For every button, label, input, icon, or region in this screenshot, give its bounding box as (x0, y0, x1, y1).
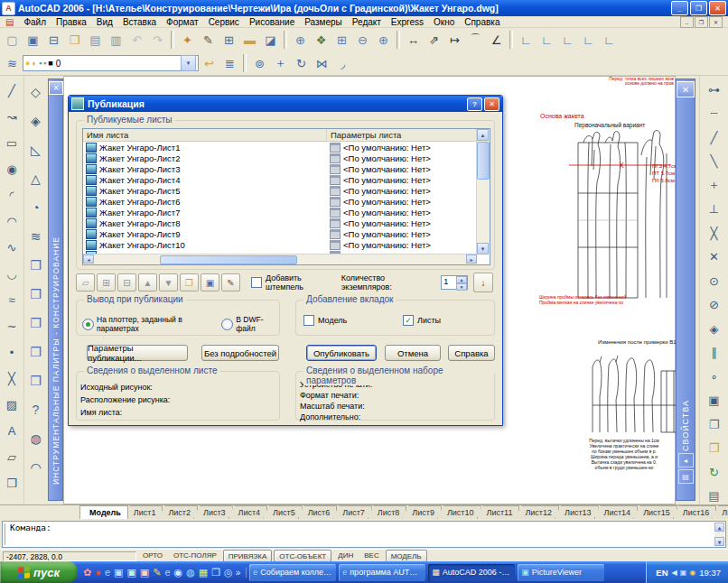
status-toggle-button[interactable]: ВЕС (359, 550, 383, 560)
ucs-view-icon[interactable]: ∟ (599, 30, 620, 51)
perpendicular-snap-icon[interactable]: ⊥ (704, 198, 724, 222)
layer-states-icon[interactable]: ≣ (219, 53, 240, 74)
text-icon[interactable]: A (2, 418, 23, 444)
tab-sheet[interactable]: Лист8 (368, 505, 407, 519)
help-icon[interactable]: ? (467, 97, 482, 111)
layer-combo[interactable]: ●◐▪▪■ 0 ▼ (23, 55, 199, 71)
scroll-up-icon[interactable]: ▲ (477, 129, 489, 141)
node-snap-icon[interactable]: ∘ (704, 365, 724, 389)
command-scrollbar[interactable]: ▲ ▼ (714, 523, 724, 546)
hatch-icon[interactable]: ▨ (2, 392, 23, 418)
quadrant-snap-icon[interactable]: ◈ (704, 317, 724, 341)
restore-button[interactable]: ❐ (690, 1, 707, 15)
globe-icon[interactable]: ◍ (186, 568, 195, 578)
save-icon[interactable]: ▣ (23, 30, 43, 51)
cursor-icon[interactable]: ＋ (704, 173, 724, 198)
ucs-world-icon[interactable]: ∟ (557, 30, 578, 51)
revolved-surface-icon[interactable]: ◔ (25, 193, 46, 222)
track-point-icon[interactable]: ⊶ (704, 78, 724, 102)
wedge-surface-icon[interactable]: ◺ (25, 135, 46, 164)
messenger-icon[interactable]: ✿ (83, 568, 91, 578)
wedge-icon[interactable]: ❒ (25, 280, 46, 309)
column-header-params[interactable]: Параметры листа (327, 129, 479, 141)
block-icon[interactable]: ❒ (2, 470, 23, 496)
pencil-icon[interactable]: ✎ (153, 568, 161, 578)
divide-icon[interactable]: ╳ (2, 366, 23, 392)
menu-item[interactable]: Express (391, 17, 424, 27)
help-icon[interactable]: ? (25, 395, 46, 424)
command-grip[interactable] (5, 523, 9, 545)
media-player-icon[interactable]: ◉ (174, 568, 183, 578)
status-toggle-button[interactable]: ОТС-ОБЪЕКТ (274, 550, 331, 562)
spin-down-icon[interactable]: ▼ (456, 283, 467, 291)
tab-sheet[interactable]: Лист5 (263, 505, 303, 519)
tab-sheet[interactable]: Лист9 (402, 505, 442, 519)
paste-icon[interactable]: ❐ (704, 437, 724, 461)
menu-item[interactable]: Размеры (304, 17, 342, 27)
status-toggle-button[interactable]: ОРТО (138, 550, 167, 560)
open-icon[interactable]: ❒ (64, 30, 85, 51)
ucs-icon[interactable]: ∟ (516, 30, 537, 51)
parallel-snap-icon[interactable]: ∥ (704, 341, 724, 366)
minimize-button[interactable]: _ (671, 1, 688, 15)
display-icon[interactable]: ▣ (680, 569, 687, 577)
status-toggle-button[interactable]: ОТС-ПОЛЯР (169, 550, 221, 560)
excel-icon[interactable]: ▣ (126, 568, 135, 578)
fillet-icon[interactable]: ◞ (332, 53, 353, 74)
curve-icon[interactable]: ◡ (2, 261, 23, 287)
spin-up-icon[interactable]: ▲ (456, 276, 467, 283)
close-icon[interactable]: ✕ (484, 97, 499, 111)
mdi-restore-button[interactable]: ❐ (695, 16, 708, 28)
box-icon[interactable]: ❒ (25, 251, 46, 280)
table-row[interactable]: Жакет Унгаро-Лист9 <По умолчанию: Нет> (83, 228, 490, 239)
tangent-snap-icon[interactable]: ⊘ (704, 293, 724, 318)
sheetset-manager-icon[interactable]: ⊞ (219, 30, 239, 51)
layer-previous-icon[interactable]: ↩ (199, 53, 219, 74)
table-row[interactable]: Жакет Унгаро-Лист10 <По умолчанию: Нет> (83, 239, 490, 250)
dome-icon[interactable]: ❒ (25, 309, 46, 338)
redo-icon[interactable]: ↷ (147, 30, 168, 51)
table-row[interactable]: Жакет Унгаро-Лист4 <По умолчанию: Нет> (83, 174, 490, 185)
scroll-up-icon[interactable]: ▲ (714, 523, 724, 532)
calculator-icon[interactable]: ◪ (260, 30, 281, 51)
publish-options-button[interactable]: Параметры публикации... (87, 345, 188, 361)
dome2-icon[interactable]: ◠ (25, 453, 46, 482)
add-sheets-icon[interactable]: ⊞ (97, 273, 116, 292)
region-icon[interactable]: ▱ (2, 444, 23, 470)
taskbar-task-button[interactable]: ▣ PictureViewer (518, 564, 604, 581)
column-header-name[interactable]: Имя листа (83, 129, 327, 141)
scroll-down-icon[interactable]: ▼ (714, 537, 724, 546)
world-icon[interactable]: ◎ (224, 568, 233, 578)
polycurve-icon[interactable]: ≈ (2, 287, 23, 313)
dwf-radio[interactable]: В DWF-файл (221, 315, 279, 333)
save-sheet-list-icon[interactable]: ▣ (201, 273, 219, 292)
zoom-in-icon[interactable]: ⊕ (373, 30, 394, 51)
sheet-list[interactable]: Имя листа Параметры листа Жакет Унгаро-Л… (82, 128, 490, 265)
freehand-icon[interactable]: ∼ (2, 313, 23, 339)
status-toggle-button[interactable]: МОДЕЛЬ (386, 550, 427, 562)
publish-order-button[interactable]: ↓ (473, 273, 493, 292)
undo-icon[interactable]: ↶ (126, 30, 147, 51)
layers-icon[interactable]: ≋ (2, 53, 23, 74)
vertical-scrollbar[interactable]: ▲ ▼ (476, 129, 490, 254)
start-button[interactable]: пуск (0, 561, 78, 583)
quick-launch-overflow-icon[interactable]: » (236, 568, 241, 578)
close-icon[interactable]: ✕ (49, 81, 63, 95)
new-icon[interactable]: ▢ (2, 30, 23, 51)
plot-stamp-settings-icon[interactable]: ✎ (221, 273, 240, 292)
intersection-snap-icon[interactable]: ╳ (704, 221, 724, 245)
menu-item[interactable]: Рисование (249, 17, 294, 27)
copy-icon[interactable]: ⊚ (249, 53, 270, 74)
remove-sheets-icon[interactable]: ⊟ (117, 273, 136, 292)
menu-item[interactable]: Файл (23, 17, 46, 27)
tab-sheet[interactable]: Лист1 (124, 505, 163, 519)
ordinate-dimension-icon[interactable]: ↦ (444, 30, 465, 51)
ruler-icon[interactable]: ▬ (239, 30, 260, 51)
quick-select-icon[interactable]: ✦ (177, 30, 198, 51)
scrollbar-thumb[interactable] (160, 255, 297, 264)
table-row[interactable]: Жакет Унгаро-Лист8 <По умолчанию: Нет> (83, 217, 490, 228)
copy-objects-icon[interactable]: ❐ (704, 412, 724, 437)
menu-item[interactable]: Вставка (123, 17, 156, 27)
hide-details-button[interactable]: Без подробностей (201, 345, 279, 361)
ie2-icon[interactable]: e (164, 568, 170, 578)
